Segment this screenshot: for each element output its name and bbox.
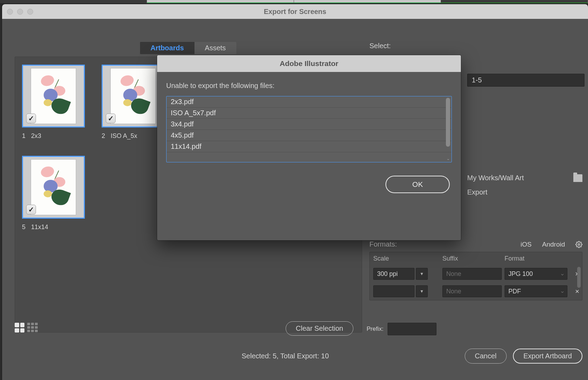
failed-files-list[interactable]: 2x3.pdf ISO A_5x7.pdf 3x4.pdf 4x5.pdf 11… bbox=[166, 96, 452, 162]
export-path: My Works/Wall Art bbox=[467, 174, 524, 182]
cancel-button[interactable]: Cancel bbox=[465, 349, 507, 364]
preset-android[interactable]: Android bbox=[542, 241, 565, 248]
scrollbar[interactable] bbox=[577, 267, 581, 288]
scrollbar[interactable] bbox=[446, 98, 450, 147]
titlebar: Export for Screens bbox=[2, 4, 588, 19]
content-tabs: Artboards Assets bbox=[140, 42, 236, 54]
artboard-thumb[interactable]: ✓ 2ISO A_5x bbox=[102, 65, 164, 140]
checkmark-icon[interactable]: ✓ bbox=[26, 114, 36, 123]
tab-assets[interactable]: Assets bbox=[194, 42, 236, 54]
select-label: Select: bbox=[369, 42, 582, 50]
col-scale: Scale bbox=[373, 255, 440, 262]
scale-select[interactable]: 300 ppi bbox=[373, 268, 414, 280]
checkmark-icon[interactable]: ✓ bbox=[26, 205, 36, 214]
app-tabstrip bbox=[0, 0, 588, 3]
preset-ios[interactable]: iOS bbox=[521, 241, 532, 248]
list-item: 11x14.pdf bbox=[167, 141, 451, 152]
artboard-thumb[interactable]: ✓ 12x3 bbox=[22, 65, 85, 140]
formats-label: Formats: bbox=[369, 240, 510, 248]
range-input[interactable]: 1-5 bbox=[467, 74, 585, 87]
format-select[interactable]: JPG 100⌵ bbox=[505, 268, 567, 280]
clear-selection-button[interactable]: Clear Selection bbox=[286, 321, 353, 336]
folder-icon[interactable] bbox=[573, 174, 582, 182]
scale-select[interactable] bbox=[373, 285, 414, 297]
suffix-input[interactable]: None bbox=[442, 268, 502, 280]
checkmark-icon[interactable]: ✓ bbox=[106, 114, 116, 123]
prefix-input[interactable] bbox=[388, 323, 436, 335]
svg-point-0 bbox=[578, 243, 580, 245]
chevron-down-icon[interactable]: ⌄ bbox=[446, 156, 450, 161]
suffix-input[interactable]: None bbox=[442, 285, 502, 297]
list-item: 2x3.pdf bbox=[167, 96, 451, 108]
error-dialog: Adobe Illustrator Unable to export the f… bbox=[157, 55, 461, 240]
col-format: Format bbox=[505, 255, 567, 262]
formats-table: Scale Suffix Format 300 ppi ▼ None JPG 1… bbox=[369, 252, 582, 300]
list-item: 4x5.pdf bbox=[167, 130, 451, 141]
ok-button[interactable]: OK bbox=[385, 176, 450, 193]
dialog-title: Adobe Illustrator bbox=[157, 55, 461, 72]
scale-chevron[interactable]: ▼ bbox=[416, 268, 428, 280]
remove-row-icon[interactable]: × bbox=[570, 287, 582, 295]
window-title: Export for Screens bbox=[2, 8, 588, 16]
col-suffix: Suffix bbox=[442, 255, 502, 262]
format-row: 300 ppi ▼ None JPG 100⌵ × bbox=[370, 265, 582, 283]
tab-artboards[interactable]: Artboards bbox=[140, 42, 194, 54]
export-label: Export bbox=[467, 188, 582, 196]
grid-view-icon[interactable] bbox=[15, 323, 24, 332]
export-artboard-button[interactable]: Export Artboard bbox=[513, 349, 582, 364]
dialog-heading: Unable to export the following files: bbox=[166, 82, 452, 90]
prefix-label: Prefix: bbox=[367, 326, 383, 332]
selection-summary: Selected: 5, Total Export: 10 bbox=[242, 352, 329, 360]
list-view-icon[interactable] bbox=[27, 323, 37, 331]
format-select[interactable]: PDF⌵ bbox=[505, 285, 567, 297]
artboard-thumb[interactable]: ✓ 511x14 bbox=[22, 156, 85, 231]
format-row: ▼ None PDF⌵ × bbox=[370, 283, 582, 300]
gear-icon[interactable] bbox=[575, 241, 582, 248]
list-item: 3x4.pdf bbox=[167, 119, 451, 130]
list-item: ISO A_5x7.pdf bbox=[167, 108, 451, 119]
scale-chevron[interactable]: ▼ bbox=[416, 285, 428, 297]
